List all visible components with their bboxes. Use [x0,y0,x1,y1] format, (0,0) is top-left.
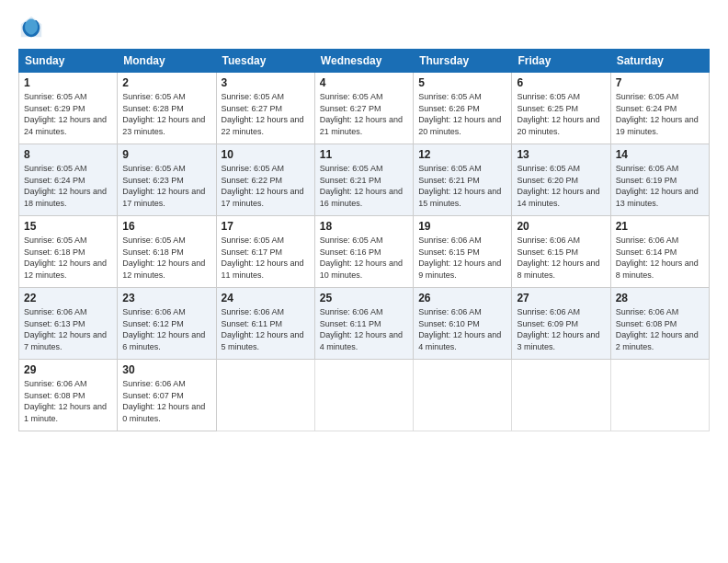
day-detail: Sunrise: 6:05 AMSunset: 6:18 PMDaylight:… [24,236,107,280]
day-number: 15 [24,220,112,233]
day-detail: Sunrise: 6:06 AMSunset: 6:12 PMDaylight:… [122,307,205,351]
day-detail: Sunrise: 6:05 AMSunset: 6:20 PMDaylight:… [517,164,599,208]
day-detail: Sunrise: 6:06 AMSunset: 6:09 PMDaylight:… [517,307,599,351]
calendar-header-sunday: Sunday [19,50,118,73]
calendar-week-3: 15Sunrise: 6:05 AMSunset: 6:18 PMDayligh… [19,216,710,288]
day-number: 26 [418,292,506,304]
calendar-cell: 5Sunrise: 6:05 AMSunset: 6:26 PMDaylight… [414,73,512,144]
day-detail: Sunrise: 6:06 AMSunset: 6:14 PMDaylight:… [616,236,699,280]
header [18,14,710,40]
day-detail: Sunrise: 6:05 AMSunset: 6:21 PMDaylight:… [418,164,501,208]
calendar-cell: 16Sunrise: 6:05 AMSunset: 6:18 PMDayligh… [118,216,216,288]
calendar-cell: 29Sunrise: 6:06 AMSunset: 6:08 PMDayligh… [19,360,118,431]
day-number: 28 [616,292,704,304]
calendar-cell: 24Sunrise: 6:06 AMSunset: 6:11 PMDayligh… [216,288,314,360]
calendar-header-saturday: Saturday [610,50,709,73]
day-number: 14 [616,148,704,161]
day-number: 11 [320,148,408,161]
day-detail: Sunrise: 6:05 AMSunset: 6:18 PMDaylight:… [122,236,205,280]
day-detail: Sunrise: 6:05 AMSunset: 6:16 PMDaylight:… [320,236,403,280]
page: SundayMondayTuesdayWednesdayThursdayFrid… [0,0,728,563]
day-detail: Sunrise: 6:05 AMSunset: 6:17 PMDaylight:… [222,236,304,280]
day-number: 21 [616,220,704,233]
day-detail: Sunrise: 6:05 AMSunset: 6:19 PMDaylight:… [616,164,699,208]
calendar-cell: 12Sunrise: 6:05 AMSunset: 6:21 PMDayligh… [414,144,512,216]
day-number: 24 [222,292,310,304]
calendar-cell: 20Sunrise: 6:06 AMSunset: 6:15 PMDayligh… [512,216,610,288]
calendar-cell: 4Sunrise: 6:05 AMSunset: 6:27 PMDaylight… [314,73,413,144]
day-detail: Sunrise: 6:05 AMSunset: 6:22 PMDaylight:… [222,164,304,208]
calendar-cell [216,360,314,431]
calendar-cell: 19Sunrise: 6:06 AMSunset: 6:15 PMDayligh… [414,216,512,288]
calendar-cell: 27Sunrise: 6:06 AMSunset: 6:09 PMDayligh… [512,288,610,360]
calendar-cell [414,360,512,431]
day-number: 5 [418,76,506,89]
day-detail: Sunrise: 6:06 AMSunset: 6:10 PMDaylight:… [418,307,501,351]
day-number: 9 [122,148,210,161]
day-detail: Sunrise: 6:05 AMSunset: 6:27 PMDaylight:… [320,92,403,136]
calendar-cell: 17Sunrise: 6:05 AMSunset: 6:17 PMDayligh… [216,216,314,288]
calendar-cell: 22Sunrise: 6:06 AMSunset: 6:13 PMDayligh… [19,288,118,360]
calendar: SundayMondayTuesdayWednesdayThursdayFrid… [18,49,710,431]
calendar-header-thursday: Thursday [414,50,512,73]
day-detail: Sunrise: 6:05 AMSunset: 6:27 PMDaylight:… [222,92,304,136]
day-number: 4 [320,76,408,89]
day-number: 2 [122,76,210,89]
calendar-header-monday: Monday [118,50,216,73]
calendar-header-friday: Friday [512,50,610,73]
calendar-cell: 7Sunrise: 6:05 AMSunset: 6:24 PMDaylight… [610,73,709,144]
calendar-week-2: 8Sunrise: 6:05 AMSunset: 6:24 PMDaylight… [19,144,710,216]
calendar-header-wednesday: Wednesday [314,50,413,73]
day-detail: Sunrise: 6:05 AMSunset: 6:29 PMDaylight:… [24,92,107,136]
day-number: 22 [24,292,112,304]
calendar-cell: 30Sunrise: 6:06 AMSunset: 6:07 PMDayligh… [118,360,216,431]
day-detail: Sunrise: 6:05 AMSunset: 6:28 PMDaylight:… [122,92,205,136]
day-number: 30 [122,363,210,376]
calendar-cell: 25Sunrise: 6:06 AMSunset: 6:11 PMDayligh… [314,288,413,360]
day-detail: Sunrise: 6:06 AMSunset: 6:11 PMDaylight:… [222,307,304,351]
calendar-cell: 9Sunrise: 6:05 AMSunset: 6:23 PMDaylight… [118,144,216,216]
calendar-cell [512,360,610,431]
day-detail: Sunrise: 6:05 AMSunset: 6:24 PMDaylight:… [616,92,699,136]
day-number: 16 [122,220,210,233]
day-detail: Sunrise: 6:06 AMSunset: 6:08 PMDaylight:… [616,307,699,351]
day-number: 23 [122,292,210,304]
calendar-cell: 26Sunrise: 6:06 AMSunset: 6:10 PMDayligh… [414,288,512,360]
calendar-cell: 23Sunrise: 6:06 AMSunset: 6:12 PMDayligh… [118,288,216,360]
day-detail: Sunrise: 6:05 AMSunset: 6:26 PMDaylight:… [418,92,501,136]
calendar-cell: 15Sunrise: 6:05 AMSunset: 6:18 PMDayligh… [19,216,118,288]
day-number: 6 [517,76,605,89]
calendar-cell [314,360,413,431]
calendar-week-4: 22Sunrise: 6:06 AMSunset: 6:13 PMDayligh… [19,288,710,360]
calendar-cell: 13Sunrise: 6:05 AMSunset: 6:20 PMDayligh… [512,144,610,216]
day-detail: Sunrise: 6:05 AMSunset: 6:24 PMDaylight:… [24,164,107,208]
day-detail: Sunrise: 6:06 AMSunset: 6:15 PMDaylight:… [418,236,501,280]
calendar-header-tuesday: Tuesday [216,50,314,73]
day-number: 8 [24,148,112,161]
day-detail: Sunrise: 6:06 AMSunset: 6:07 PMDaylight:… [122,379,205,423]
calendar-cell: 1Sunrise: 6:05 AMSunset: 6:29 PMDaylight… [19,73,118,144]
day-number: 1 [24,76,112,89]
calendar-cell: 2Sunrise: 6:05 AMSunset: 6:28 PMDaylight… [118,73,216,144]
day-detail: Sunrise: 6:05 AMSunset: 6:21 PMDaylight:… [320,164,403,208]
day-number: 12 [418,148,506,161]
calendar-cell [610,360,709,431]
calendar-week-1: 1Sunrise: 6:05 AMSunset: 6:29 PMDaylight… [19,73,710,144]
day-number: 27 [517,292,605,304]
calendar-cell: 21Sunrise: 6:06 AMSunset: 6:14 PMDayligh… [610,216,709,288]
calendar-cell: 8Sunrise: 6:05 AMSunset: 6:24 PMDaylight… [19,144,118,216]
day-number: 20 [517,220,605,233]
day-number: 13 [517,148,605,161]
day-detail: Sunrise: 6:05 AMSunset: 6:25 PMDaylight:… [517,92,599,136]
day-number: 7 [616,76,704,89]
calendar-header-row: SundayMondayTuesdayWednesdayThursdayFrid… [19,50,710,73]
calendar-cell: 18Sunrise: 6:05 AMSunset: 6:16 PMDayligh… [314,216,413,288]
calendar-cell: 11Sunrise: 6:05 AMSunset: 6:21 PMDayligh… [314,144,413,216]
day-number: 3 [222,76,310,89]
calendar-week-5: 29Sunrise: 6:06 AMSunset: 6:08 PMDayligh… [19,360,710,431]
calendar-cell: 3Sunrise: 6:05 AMSunset: 6:27 PMDaylight… [216,73,314,144]
day-detail: Sunrise: 6:06 AMSunset: 6:08 PMDaylight:… [24,379,107,423]
calendar-cell: 28Sunrise: 6:06 AMSunset: 6:08 PMDayligh… [610,288,709,360]
day-detail: Sunrise: 6:06 AMSunset: 6:11 PMDaylight:… [320,307,403,351]
logo [18,14,48,40]
